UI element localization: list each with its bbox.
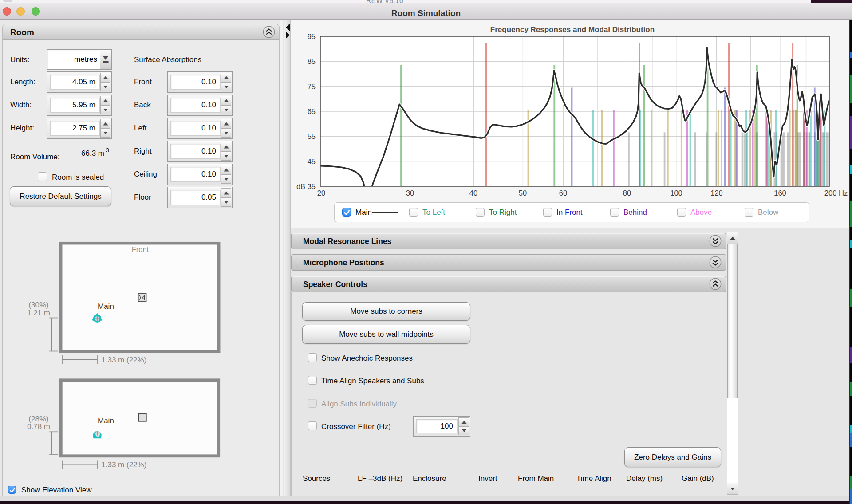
svg-text:dB 35: dB 35 bbox=[296, 182, 316, 190]
svg-text:30: 30 bbox=[406, 189, 414, 197]
svg-text:Main: Main bbox=[98, 302, 114, 311]
svg-text:50: 50 bbox=[519, 189, 527, 197]
svg-text:(30%): (30%) bbox=[28, 301, 48, 309]
svg-text:95: 95 bbox=[308, 32, 316, 40]
svg-text:160: 160 bbox=[774, 189, 786, 197]
svg-text:75: 75 bbox=[308, 83, 316, 91]
svg-text:Front: Front bbox=[132, 245, 149, 253]
svg-text:0.78 m: 0.78 m bbox=[27, 422, 50, 431]
svg-text:20: 20 bbox=[317, 189, 325, 197]
svg-text:65: 65 bbox=[308, 107, 316, 115]
svg-text:55: 55 bbox=[308, 132, 316, 140]
svg-text:60: 60 bbox=[559, 189, 567, 197]
svg-text:120: 120 bbox=[710, 189, 723, 197]
svg-text:200 Hz: 200 Hz bbox=[824, 189, 848, 197]
svg-text:85: 85 bbox=[308, 57, 316, 65]
svg-text:1.33 m (22%): 1.33 m (22%) bbox=[101, 356, 146, 364]
svg-text:45: 45 bbox=[308, 158, 316, 165]
svg-text:1.21 m: 1.21 m bbox=[27, 309, 50, 317]
svg-text:Main: Main bbox=[98, 417, 114, 425]
svg-text:100: 100 bbox=[670, 189, 682, 197]
svg-text:1.33 m (22%): 1.33 m (22%) bbox=[101, 461, 146, 469]
svg-text:40: 40 bbox=[469, 189, 477, 197]
svg-text:80: 80 bbox=[623, 189, 631, 197]
svg-text:Frequency Responses and Modal: Frequency Responses and Modal Distributi… bbox=[490, 25, 655, 34]
